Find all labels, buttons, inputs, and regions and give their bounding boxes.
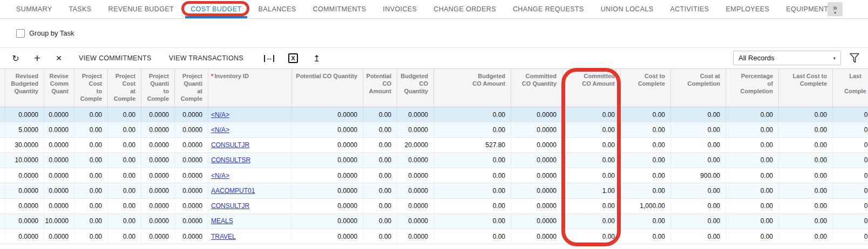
grid-cell-row-selector[interactable]	[0, 183, 5, 198]
grid-cell-cost-to-complete[interactable]: 0.00	[621, 183, 671, 198]
table-row[interactable]: 0.000010.00000.000.000.00000.0000MEALS0.…	[0, 214, 868, 229]
grid-cell-inventory-id[interactable]: MEALS	[208, 214, 292, 229]
column-header-row-selector[interactable]	[0, 69, 5, 107]
fit-column-width-button[interactable]: ↔	[264, 55, 274, 62]
grid-cell-revised-committed-quantity[interactable]: 0.0000	[44, 107, 74, 122]
inventory-id-link[interactable]: CONSULTJR	[211, 202, 249, 210]
grid-cell-last-cost-to-complete[interactable]: 0.00	[779, 229, 833, 244]
grid-cell-cost-to-complete[interactable]: 0.00	[621, 153, 671, 168]
grid-cell-row-selector[interactable]	[0, 168, 5, 183]
grid-cell-budgeted-co-quantity[interactable]: 0.0000	[397, 183, 434, 198]
grid-cell-potential-co-amount[interactable]: 0.00	[363, 122, 397, 137]
grid-cell-percentage-of-completion[interactable]: 0.00	[726, 199, 779, 213]
grid-cell-row-selector[interactable]	[0, 122, 5, 137]
grid-cell-percentage-of-completion[interactable]: 0.00	[726, 153, 779, 168]
grid-cell-project-quantity-to-complete[interactable]: 0.0000	[141, 229, 175, 244]
grid-cell-potential-co-quantity[interactable]: 0.0000	[292, 214, 363, 229]
table-row[interactable]: 0.00000.00000.000.000.00000.0000TRAVEL0.…	[0, 229, 868, 244]
grid-cell-revised-budgeted-quantity[interactable]: 30.0000	[5, 138, 44, 153]
grid-cell-project-cost-at-completion[interactable]: 0.00	[108, 168, 141, 183]
column-header-revised-budgeted-quantity[interactable]: RevisedBudgetedQuantity	[5, 69, 44, 107]
grid-cell-revised-budgeted-quantity[interactable]: 0.0000	[5, 168, 44, 183]
grid-cell-inventory-id[interactable]: CONSULTJR	[208, 199, 292, 213]
tab-summary[interactable]: SUMMARY	[16, 0, 52, 18]
grid-cell-project-quantity-to-complete[interactable]: 0.0000	[141, 107, 175, 122]
inventory-id-link[interactable]: MEALS	[211, 217, 233, 225]
grid-cell-project-cost-at-completion[interactable]: 0.00	[108, 138, 141, 153]
export-to-excel-button[interactable]: X	[288, 53, 298, 63]
grid-cell-revised-budgeted-quantity[interactable]: 10.0000	[5, 153, 44, 168]
grid-cell-revised-committed-quantity[interactable]: 0.0000	[44, 168, 74, 183]
grid-cell-budgeted-co-amount[interactable]: 0.00	[434, 199, 511, 213]
grid-cell-potential-co-amount[interactable]: 0.00	[363, 153, 397, 168]
grid-cell-committed-co-amount[interactable]: 0.00	[562, 214, 621, 229]
grid-cell-potential-co-quantity[interactable]: 0.0000	[292, 122, 363, 137]
grid-cell-project-cost-at-completion[interactable]: 0.00	[108, 214, 141, 229]
grid-cell-project-cost-to-complete[interactable]: 0.00	[74, 183, 108, 198]
column-header-committed-co-amount[interactable]: CommittedCO Amount	[562, 69, 621, 107]
column-header-project-quantity-to-complete[interactable]: ProjectQuantitoComple	[141, 69, 175, 107]
grid-cell-project-quantity-to-complete[interactable]: 0.0000	[141, 214, 175, 229]
grid-cell-committed-co-quantity[interactable]: 0.0000	[511, 183, 562, 198]
grid-cell-potential-co-amount[interactable]: 0.00	[363, 214, 397, 229]
grid-cell-cost-to-complete[interactable]: 0.00	[621, 214, 671, 229]
grid-cell-cost-at-completion[interactable]: 0.00	[671, 107, 726, 122]
column-header-percentage-of-completion[interactable]: PercentageofCompletion	[726, 69, 779, 107]
grid-cell-committed-co-quantity[interactable]: 0.0000	[511, 229, 562, 244]
grid-cell-row-selector[interactable]	[0, 138, 5, 153]
grid-cell-last-cost-to-complete-cutoff[interactable]: 0.00	[833, 153, 868, 168]
grid-cell-cost-to-complete[interactable]: 0.00	[621, 107, 671, 122]
grid-cell-committed-co-amount[interactable]: 0.00	[562, 229, 621, 244]
grid-cell-potential-co-quantity[interactable]: 0.0000	[292, 168, 363, 183]
refresh-button[interactable]: ↻	[6, 51, 25, 66]
grid-cell-revised-committed-quantity[interactable]: 0.0000	[44, 229, 74, 244]
grid-cell-percentage-of-completion[interactable]: 0.00	[726, 107, 779, 122]
grid-cell-row-selector[interactable]	[0, 153, 5, 168]
group-by-task-checkbox[interactable]	[16, 29, 25, 38]
grid-cell-budgeted-co-amount[interactable]: 527.80	[434, 138, 511, 153]
grid-cell-project-quantity-at-completion[interactable]: 0.0000	[175, 153, 208, 168]
column-header-cost-at-completion[interactable]: Cost atCompletion	[671, 69, 726, 107]
grid-cell-revised-committed-quantity[interactable]: 0.0000	[44, 199, 74, 213]
tab-balances[interactable]: BALANCES	[259, 0, 296, 18]
grid-cell-cost-at-completion[interactable]: 900.00	[671, 168, 726, 183]
grid-cell-inventory-id[interactable]: <N/A>	[208, 107, 292, 122]
column-header-revised-committed-quantity[interactable]: ReviseCommQuant	[44, 69, 74, 107]
grid-cell-revised-committed-quantity[interactable]: 0.0000	[44, 122, 74, 137]
grid-cell-cost-at-completion[interactable]: 0.00	[671, 199, 726, 213]
grid-cell-row-selector[interactable]	[0, 229, 5, 244]
grid-cell-revised-budgeted-quantity[interactable]: 0.0000	[5, 107, 44, 122]
column-header-potential-co-amount[interactable]: PotentialCOAmount	[363, 69, 397, 107]
grid-cell-cost-at-completion[interactable]: 0.00	[671, 229, 726, 244]
grid-cell-potential-co-quantity[interactable]: 0.0000	[292, 153, 363, 168]
grid-cell-revised-committed-quantity[interactable]: 0.0000	[44, 138, 74, 153]
inventory-id-link[interactable]: CONSULTSR	[211, 156, 250, 164]
grid-cell-budgeted-co-quantity[interactable]: 0.0000	[397, 107, 434, 122]
grid-cell-committed-co-quantity[interactable]: 0.0000	[511, 138, 562, 153]
grid-cell-project-cost-at-completion[interactable]: 0.00	[108, 229, 141, 244]
grid-cell-project-cost-to-complete[interactable]: 0.00	[74, 229, 108, 244]
table-row[interactable]: 10.00000.00000.000.000.00000.0000CONSULT…	[0, 153, 868, 168]
grid-cell-committed-co-quantity[interactable]: 0.0000	[511, 153, 562, 168]
grid-cell-project-cost-to-complete[interactable]: 0.00	[74, 153, 108, 168]
grid-cell-project-quantity-at-completion[interactable]: 0.0000	[175, 199, 208, 213]
inventory-id-link[interactable]: <N/A>	[211, 111, 229, 119]
grid-cell-project-quantity-to-complete[interactable]: 0.0000	[141, 122, 175, 137]
grid-cell-row-selector[interactable]	[0, 107, 5, 122]
grid-cell-project-cost-to-complete[interactable]: 0.00	[74, 199, 108, 213]
grid-cell-committed-co-quantity[interactable]: 0.0000	[511, 214, 562, 229]
grid-cell-last-cost-to-complete[interactable]: 0.00	[779, 183, 833, 198]
grid-cell-revised-committed-quantity[interactable]: 10.0000	[44, 214, 74, 229]
grid-cell-budgeted-co-quantity[interactable]: 0.0000	[397, 199, 434, 213]
grid-cell-project-quantity-at-completion[interactable]: 0.0000	[175, 107, 208, 122]
grid-cell-project-cost-at-completion[interactable]: 0.00	[108, 199, 141, 213]
grid-cell-revised-budgeted-quantity[interactable]: 0.0000	[5, 183, 44, 198]
inventory-id-link[interactable]: <N/A>	[211, 126, 229, 134]
column-header-cost-to-complete[interactable]: Cost toComplete	[621, 69, 671, 107]
table-row[interactable]: 30.00000.00000.000.000.00000.0000CONSULT…	[0, 138, 868, 153]
view-transactions-button[interactable]: VIEW TRANSACTIONS	[162, 51, 250, 66]
grid-cell-project-quantity-at-completion[interactable]: 0.0000	[175, 122, 208, 137]
grid-cell-project-cost-at-completion[interactable]: 0.00	[108, 183, 141, 198]
column-header-project-quantity-at-completion[interactable]: ProjectQuantiatComple	[175, 69, 208, 107]
grid-cell-last-cost-to-complete-cutoff[interactable]: 0.00	[833, 183, 868, 198]
